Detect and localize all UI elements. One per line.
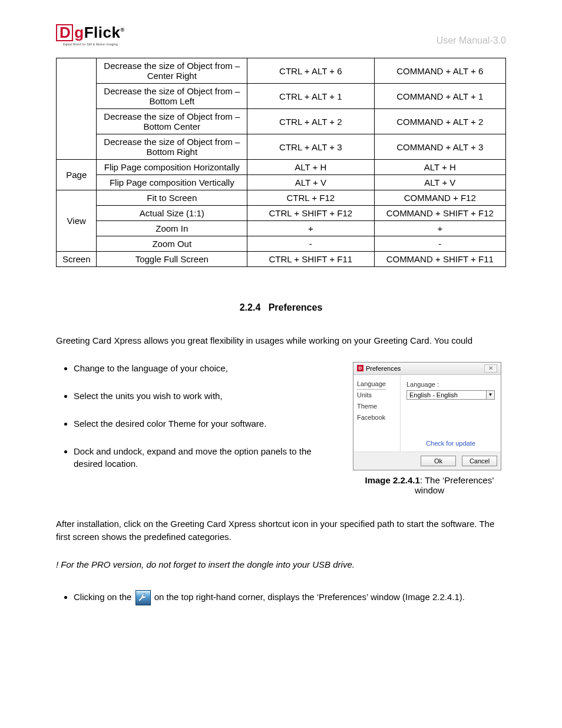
table-row: Decrease the size of Object from – Botto…: [57, 134, 506, 160]
desc-cell: Decrease the size of Object from – Cente…: [97, 58, 247, 84]
nav-item-theme[interactable]: Theme: [357, 401, 396, 412]
win-cell: ALT + V: [247, 175, 374, 190]
section-heading: 2.2.4 Preferences: [56, 302, 506, 313]
bullets-column: Change to the language of your choice, S…: [56, 362, 335, 485]
logo-registered: ®: [120, 27, 124, 33]
dialog-footer: Ok Cancel: [353, 452, 501, 470]
click-instruction: Clicking on the on the top right-hand co…: [74, 589, 506, 605]
logo-text: DgFlick®: [56, 24, 125, 42]
ok-button[interactable]: Ok: [421, 456, 456, 466]
table-row: Zoom In + +: [57, 221, 506, 236]
close-icon[interactable]: ✕: [484, 364, 497, 373]
desc-cell: Actual Size (1:1): [97, 206, 247, 221]
language-label: Language :: [406, 381, 495, 388]
table-row: View Fit to Screen CTRL + F12 COMMAND + …: [57, 190, 506, 206]
desc-cell: Decrease the size of Object from – Botto…: [97, 109, 247, 134]
logo: DgFlick® Digital World for Still & Motio…: [56, 24, 125, 46]
win-cell: CTRL + ALT + 6: [247, 58, 374, 84]
desc-cell: Zoom Out: [97, 236, 247, 252]
bullet-item: Dock and undock, expand and move the opt…: [74, 445, 335, 470]
click-before: Clicking on the: [74, 592, 134, 602]
desc-cell: Zoom In: [97, 221, 247, 236]
dialog-titlebar: D Preferences ✕: [353, 363, 501, 375]
desc-cell: Flip Page composition Vertically: [97, 175, 247, 190]
table-row: Decrease the size of Object from – Cente…: [57, 58, 506, 84]
nav-item-language[interactable]: Language: [357, 378, 396, 390]
category-cell: [57, 58, 97, 160]
chevron-down-icon[interactable]: ▼: [487, 390, 495, 400]
dialog-title: Preferences: [366, 365, 401, 372]
language-select[interactable]: English - English ▼: [406, 390, 495, 400]
page-header: DgFlick® Digital World for Still & Motio…: [56, 24, 506, 46]
select-value: English - English: [406, 390, 487, 400]
figure-column: D Preferences ✕ Language Units Theme Fac…: [353, 362, 506, 495]
wrench-icon: [135, 590, 151, 605]
cancel-button[interactable]: Cancel: [462, 456, 497, 466]
mac-cell: ALT + V: [374, 175, 505, 190]
intro-text: Greeting Card Xpress allows you great fl…: [56, 334, 506, 348]
bullet-item: Select the desired color Theme for your …: [74, 417, 335, 430]
caption-rest: : The ‘Preferences’ window: [415, 475, 494, 495]
nav-item-facebook[interactable]: Facebook: [357, 412, 396, 423]
win-cell: +: [247, 221, 374, 236]
mac-cell: COMMAND + ALT + 6: [374, 58, 505, 84]
bullet-item: Change to the language of your choice,: [74, 362, 335, 374]
after-text: After installation, click on the Greetin…: [56, 518, 506, 544]
dialog-main: Language : English - English ▼ Check for…: [401, 375, 501, 452]
logo-word-flick: Flick: [84, 24, 121, 41]
mac-cell: COMMAND + ALT + 3: [374, 134, 505, 160]
category-cell: View: [57, 190, 97, 252]
mac-cell: COMMAND + SHIFT + F12: [374, 206, 505, 221]
win-cell: CTRL + ALT + 3: [247, 134, 374, 160]
figure-caption: Image 2.2.4.1: The ‘Preferences’ window: [353, 475, 506, 495]
preferences-dialog: D Preferences ✕ Language Units Theme Fac…: [353, 362, 501, 470]
nav-item-units[interactable]: Units: [357, 390, 396, 401]
table-row: Decrease the size of Object from – Botto…: [57, 84, 506, 109]
table-row: Zoom Out - -: [57, 236, 506, 252]
mac-cell: COMMAND + F12: [374, 190, 505, 206]
logo-letter-g: g: [74, 24, 84, 41]
win-cell: CTRL + F12: [247, 190, 374, 206]
logo-tagline: Digital World for Still & Motion Imaging: [63, 42, 118, 46]
category-cell: Screen: [57, 252, 97, 267]
section-title: Preferences: [269, 302, 323, 312]
mac-cell: COMMAND + ALT + 2: [374, 109, 505, 134]
header-manual-label: User Manual-3.0: [437, 35, 506, 46]
mac-cell: COMMAND + ALT + 1: [374, 84, 505, 109]
app-icon: D: [357, 365, 363, 371]
desc-cell: Toggle Full Screen: [97, 252, 247, 267]
check-update-link[interactable]: Check for update: [406, 440, 495, 447]
table-row: Page Flip Page composition Horizontally …: [57, 160, 506, 175]
caption-bold: Image 2.2.4.1: [365, 475, 419, 485]
win-cell: ALT + H: [247, 160, 374, 175]
table-row: Flip Page composition Vertically ALT + V…: [57, 175, 506, 190]
table-row: Decrease the size of Object from – Botto…: [57, 109, 506, 134]
win-cell: CTRL + ALT + 1: [247, 84, 374, 109]
category-cell: Page: [57, 160, 97, 190]
mac-cell: +: [374, 221, 505, 236]
win-cell: CTRL + SHIFT + F12: [247, 206, 374, 221]
logo-letter-d: D: [56, 24, 73, 41]
mac-cell: -: [374, 236, 505, 252]
win-cell: -: [247, 236, 374, 252]
mac-cell: ALT + H: [374, 160, 505, 175]
pro-note: ! For the PRO version, do not forget to …: [56, 558, 506, 572]
mac-cell: COMMAND + SHIFT + F11: [374, 252, 505, 267]
win-cell: CTRL + SHIFT + F11: [247, 252, 374, 267]
shortcuts-table: Decrease the size of Object from – Cente…: [56, 58, 506, 267]
dialog-nav: Language Units Theme Facebook: [353, 375, 401, 452]
section-number: 2.2.4: [240, 302, 261, 312]
desc-cell: Fit to Screen: [97, 190, 247, 206]
desc-cell: Decrease the size of Object from – Botto…: [97, 84, 247, 109]
desc-cell: Flip Page composition Horizontally: [97, 160, 247, 175]
table-row: Actual Size (1:1) CTRL + SHIFT + F12 COM…: [57, 206, 506, 221]
click-after: on the top right-hand corner, displays t…: [152, 592, 465, 602]
table-row: Screen Toggle Full Screen CTRL + SHIFT +…: [57, 252, 506, 267]
win-cell: CTRL + ALT + 2: [247, 109, 374, 134]
desc-cell: Decrease the size of Object from – Botto…: [97, 134, 247, 160]
bullet-item: Select the units you wish to work with,: [74, 390, 335, 402]
